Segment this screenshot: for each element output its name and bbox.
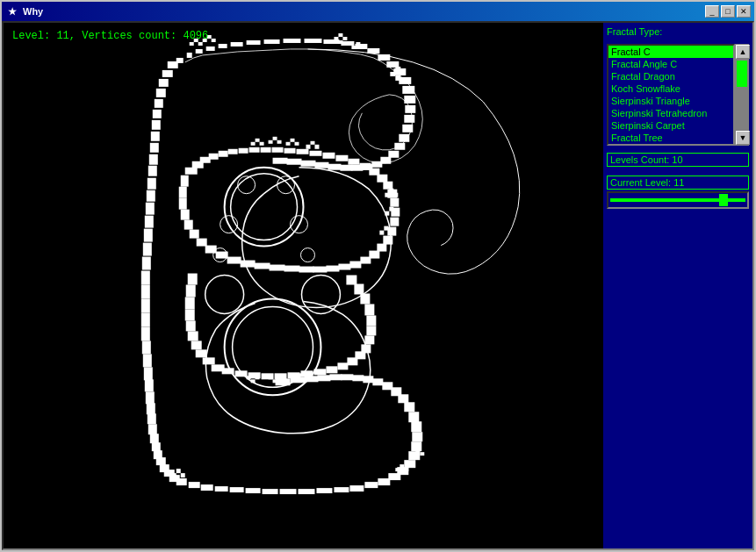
svg-rect-51 <box>212 39 216 42</box>
svg-rect-134 <box>415 448 420 452</box>
svg-rect-170 <box>284 266 300 272</box>
svg-rect-159 <box>390 218 399 226</box>
svg-rect-214 <box>188 274 198 285</box>
svg-rect-130 <box>395 468 400 471</box>
svg-rect-54 <box>168 61 178 68</box>
svg-rect-135 <box>420 452 424 455</box>
scroll-track[interactable] <box>736 59 748 131</box>
svg-rect-58 <box>155 99 163 108</box>
svg-rect-213 <box>186 285 196 298</box>
svg-rect-203 <box>384 226 388 231</box>
svg-rect-186 <box>251 142 256 146</box>
svg-rect-179 <box>184 220 193 230</box>
svg-rect-50 <box>190 42 194 46</box>
svg-rect-46 <box>334 37 338 40</box>
minimize-button[interactable]: _ <box>705 5 719 18</box>
svg-rect-20 <box>404 96 415 104</box>
svg-rect-59 <box>153 110 162 118</box>
svg-rect-42 <box>356 42 360 46</box>
level-slider-thumb[interactable] <box>719 194 728 206</box>
scroll-thumb[interactable] <box>737 61 747 87</box>
svg-rect-120 <box>352 375 364 381</box>
svg-rect-41 <box>360 46 364 49</box>
svg-rect-113 <box>408 412 419 422</box>
list-item-sierpinski-triangle[interactable]: Sierpinski Triangle <box>608 95 733 107</box>
svg-rect-166 <box>338 264 350 270</box>
level-slider-track[interactable] <box>610 198 745 202</box>
svg-rect-206 <box>203 357 215 364</box>
svg-rect-209 <box>188 331 198 341</box>
svg-rect-104 <box>364 482 378 488</box>
svg-rect-133 <box>411 452 415 455</box>
svg-rect-10 <box>304 39 321 43</box>
svg-rect-43 <box>351 46 356 49</box>
levels-count-label: Levels Count: 10 <box>607 153 749 167</box>
svg-rect-144 <box>261 147 271 153</box>
svg-rect-162 <box>377 244 386 252</box>
svg-rect-121 <box>341 374 353 380</box>
fractal-display <box>4 23 603 548</box>
svg-rect-201 <box>393 211 398 216</box>
svg-rect-148 <box>309 151 321 156</box>
svg-rect-147 <box>297 149 309 154</box>
list-item-fractal-dragon[interactable]: Fractal Dragon <box>608 70 733 82</box>
svg-rect-95 <box>215 486 228 491</box>
svg-rect-69 <box>144 229 153 242</box>
list-item-koch-snowflake[interactable]: Koch Snowflake <box>608 82 733 95</box>
svg-rect-68 <box>145 216 154 228</box>
svg-rect-70 <box>143 243 152 256</box>
svg-rect-191 <box>291 139 295 142</box>
svg-rect-67 <box>146 203 155 215</box>
levels-count-container: Levels Count: 10 <box>607 153 749 168</box>
svg-rect-102 <box>334 487 349 492</box>
maximize-button[interactable]: □ <box>721 5 735 18</box>
svg-rect-139 <box>209 154 219 160</box>
svg-rect-21 <box>405 105 415 113</box>
main-window: ★ Why _ □ ✕ Level: 11, Vertices count: 4… <box>0 0 756 552</box>
svg-rect-243 <box>291 373 295 376</box>
svg-rect-47 <box>338 40 342 44</box>
svg-rect-26 <box>388 151 399 158</box>
svg-rect-34 <box>301 161 316 167</box>
list-item-fractal-tree[interactable]: Fractal Tree <box>608 132 733 144</box>
close-button[interactable]: ✕ <box>737 5 751 18</box>
scroll-up-button[interactable]: ▲ <box>736 45 750 59</box>
svg-rect-145 <box>272 147 284 153</box>
svg-rect-83 <box>148 413 156 424</box>
svg-rect-189 <box>269 140 273 144</box>
svg-rect-198 <box>393 193 398 197</box>
svg-rect-228 <box>364 335 374 344</box>
svg-rect-23 <box>402 125 413 133</box>
svg-rect-84 <box>148 424 157 434</box>
svg-rect-238 <box>277 376 282 379</box>
listbox-scrollbar[interactable]: ▲ ▼ <box>735 44 749 146</box>
svg-rect-38 <box>400 70 405 75</box>
right-panel: Fractal Type: Fractal C Fractal Angle C … <box>603 23 752 548</box>
title-bar: ★ Why _ □ ✕ <box>2 2 754 21</box>
svg-rect-15 <box>378 54 390 61</box>
svg-rect-100 <box>299 489 315 494</box>
svg-rect-190 <box>295 142 299 146</box>
svg-rect-239 <box>273 379 277 383</box>
list-item-fractal-c[interactable]: Fractal C <box>608 46 733 58</box>
svg-rect-177 <box>197 239 207 247</box>
list-item-sierpinski-carpet[interactable]: Sierpinski Carpet <box>608 119 733 132</box>
svg-rect-131 <box>400 464 404 468</box>
svg-rect-3 <box>196 49 203 54</box>
svg-rect-85 <box>150 434 159 443</box>
fractal-listbox[interactable]: Fractal C Fractal Angle C Fractal Dragon… <box>607 44 735 146</box>
svg-rect-200 <box>389 207 393 211</box>
list-item-fractal-angle-c[interactable]: Fractal Angle C <box>608 58 733 70</box>
svg-rect-114 <box>404 402 414 412</box>
svg-rect-195 <box>306 145 310 149</box>
svg-rect-65 <box>148 178 156 190</box>
svg-rect-64 <box>148 166 157 176</box>
svg-rect-171 <box>270 265 285 271</box>
svg-rect-146 <box>284 148 296 154</box>
svg-rect-172 <box>255 263 270 269</box>
svg-rect-188 <box>273 137 277 140</box>
scroll-down-button[interactable]: ▼ <box>736 131 750 145</box>
svg-rect-197 <box>389 189 393 193</box>
svg-rect-22 <box>404 115 414 123</box>
list-item-sierpinski-tetrahedron[interactable]: Sierpinski Tetrahedron <box>608 107 733 119</box>
